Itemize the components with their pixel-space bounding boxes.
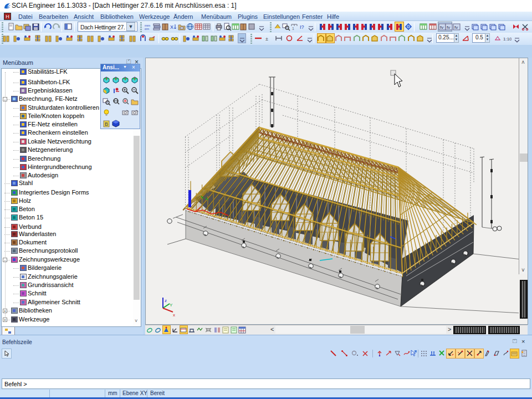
- svg-text:1:10: 1:10: [503, 37, 511, 42]
- svg-text:z: z: [165, 298, 167, 303]
- svg-text:1: 1: [292, 27, 294, 30]
- svg-text:fv: fv: [447, 25, 450, 30]
- svg-text:I?: I?: [300, 24, 304, 30]
- svg-text:cm: cm: [145, 27, 149, 30]
- svg-text:B: B: [105, 121, 108, 127]
- svg-text:Y: Y: [170, 303, 173, 308]
- svg-text:fv: fv: [440, 25, 443, 30]
- svg-text:±: ±: [265, 36, 268, 42]
- svg-text:X: X: [170, 24, 173, 30]
- svg-text:fv: fv: [454, 25, 458, 30]
- svg-text:x: x: [173, 313, 175, 318]
